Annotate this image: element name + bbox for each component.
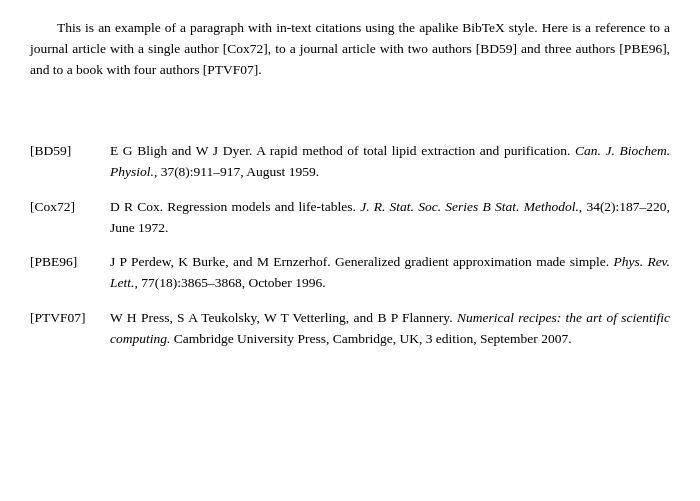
bib-text: E G Bligh and W J Dyer. A rapid method o… xyxy=(110,141,670,183)
bib-entry: [PTVF07]W H Press, S A Teukolsky, W T Ve… xyxy=(30,308,670,350)
bib-text: W H Press, S A Teukolsky, W T Vetterling… xyxy=(110,308,670,350)
bib-key: [PBE96] xyxy=(30,252,110,273)
bib-entry: [BD59]E G Bligh and W J Dyer. A rapid me… xyxy=(30,141,670,183)
bib-key: [PTVF07] xyxy=(30,308,110,329)
bib-key: [BD59] xyxy=(30,141,110,162)
bibliography: [BD59]E G Bligh and W J Dyer. A rapid me… xyxy=(30,141,670,364)
bib-text: D R Cox. Regression models and life-tabl… xyxy=(110,197,670,239)
bib-entry: [Cox72]D R Cox. Regression models and li… xyxy=(30,197,670,239)
bib-entry: [PBE96]J P Perdew, K Burke, and M Ernzer… xyxy=(30,252,670,294)
bib-key: [Cox72] xyxy=(30,197,110,218)
bib-text: J P Perdew, K Burke, and M Ernzerhof. Ge… xyxy=(110,252,670,294)
intro-paragraph: This is an example of a paragraph with i… xyxy=(30,18,670,81)
